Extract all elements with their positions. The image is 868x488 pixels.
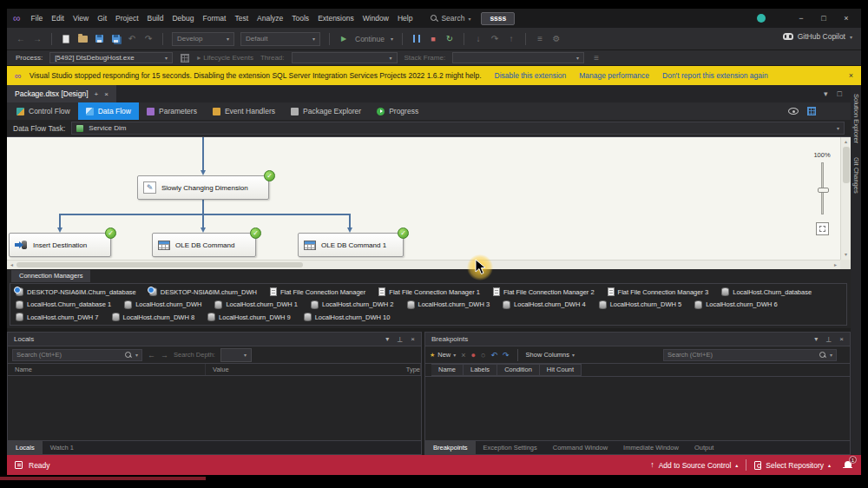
breakpoints-body[interactable] [425, 377, 850, 440]
connection-manager-item[interactable]: LocalHost.churn_DWH 8 [112, 313, 195, 321]
menu-item[interactable]: Edit [47, 9, 69, 28]
connection-manager-item[interactable]: LocalHost.Churn_database 1 [16, 300, 111, 309]
designer-tab[interactable]: Progress [369, 102, 426, 120]
panel-tab[interactable]: Output [687, 441, 722, 454]
design-canvas[interactable]: Slowly Changing Dimension Insert Destina… [7, 137, 851, 269]
menu-item[interactable]: Tools [287, 9, 313, 28]
scd-node[interactable]: Slowly Changing Dimension [137, 175, 269, 200]
panel-tab[interactable]: Watch 1 [43, 441, 82, 454]
scroll-down-icon[interactable] [841, 251, 851, 259]
menu-item[interactable]: Format [199, 9, 231, 28]
column-header[interactable]: Name [431, 364, 464, 376]
connection-manager-item[interactable]: LocalHost.Churn_database [721, 287, 812, 296]
panel-tab[interactable]: Breakpoints [425, 441, 476, 454]
close-button[interactable] [835, 9, 858, 28]
document-tab[interactable]: Package.dtsx [Design] [7, 85, 116, 102]
export-breakpoints-icon[interactable] [503, 351, 510, 359]
panel-tab[interactable]: Exception Settings [476, 441, 545, 454]
chevron-down-icon[interactable] [830, 352, 832, 358]
import-breakpoints-icon[interactable] [490, 351, 497, 359]
locals-search-input[interactable] [16, 351, 122, 359]
info-link[interactable]: Disable this extension [495, 71, 567, 80]
connection-manager-item[interactable]: LocalHost.churn_DWH 2 [311, 300, 394, 309]
column-header[interactable]: Hit Count [540, 364, 582, 376]
delete-all-breakpoints-icon[interactable] [471, 351, 476, 359]
new-file-icon[interactable] [61, 35, 71, 43]
chevron-down-icon[interactable] [135, 352, 138, 358]
menu-item[interactable]: Window [358, 9, 393, 28]
connection-manager-item[interactable]: LocalHost.churn_DWH 5 [599, 300, 682, 309]
menu-item[interactable]: Build [143, 9, 168, 28]
connection-manager-item[interactable]: LocalHost.churn_DWH 7 [16, 313, 99, 321]
panel-tab[interactable]: Locals [8, 441, 43, 454]
locals-search-box[interactable] [12, 349, 142, 361]
column-header[interactable]: Value [206, 364, 399, 375]
connection-manager-item[interactable]: LocalHost.churn_DWH 1 [214, 300, 298, 309]
navigate-forward-icon[interactable] [32, 34, 43, 43]
undo-icon[interactable] [127, 34, 137, 43]
save-all-icon[interactable] [110, 35, 121, 43]
process-dropdown[interactable]: [5492] DtsDebugHost.exe [49, 52, 173, 63]
stop-debugging-icon[interactable] [428, 35, 438, 43]
pin-icon[interactable] [95, 90, 99, 98]
scroll-right-icon[interactable] [832, 260, 839, 269]
notifications-bell-icon[interactable]: 1 [842, 459, 853, 471]
step-out-icon[interactable] [506, 34, 516, 43]
github-copilot-badge[interactable]: GitHub Copilot [783, 32, 852, 41]
column-header[interactable]: Name [8, 364, 206, 375]
connection-manager-item[interactable]: Flat File Connection Manager 3 [608, 287, 709, 296]
breakpoints-search-input[interactable] [667, 351, 816, 359]
breakpoints-search-box[interactable] [663, 349, 837, 361]
connection-manager-item[interactable]: LocalHost.churn_DWH [124, 300, 201, 309]
connection-manager-item[interactable]: LocalHost.churn_DWH 3 [407, 300, 490, 309]
connection-manager-item[interactable]: DESKTOP-NSIA6IM.churn_DWH [149, 287, 257, 296]
canvas-vertical-scrollbar[interactable] [840, 137, 851, 260]
float-window-icon[interactable] [838, 89, 842, 98]
search-depth-dropdown[interactable] [220, 348, 252, 362]
delete-breakpoint-icon[interactable] [461, 351, 465, 359]
open-file-icon[interactable] [77, 36, 88, 43]
pin-icon[interactable] [397, 335, 403, 343]
menu-item[interactable]: Debug [168, 9, 198, 28]
close-tab-icon[interactable] [104, 90, 108, 98]
grid-view-icon[interactable] [807, 107, 816, 115]
side-rail-tab[interactable]: Solution Explorer [852, 94, 860, 143]
info-link[interactable]: Manage performance [579, 71, 649, 80]
connection-manager-item[interactable]: LocalHost.churn_DWH 6 [694, 300, 778, 309]
locals-body[interactable] [8, 376, 421, 440]
more-commands-icon[interactable] [535, 34, 545, 43]
ole-db-command-node[interactable]: OLE DB Command [152, 233, 256, 257]
tab-list-dropdown-icon[interactable] [824, 89, 828, 98]
connection-manager-item[interactable]: LocalHost.churn_DWH 4 [503, 300, 586, 309]
redo-icon[interactable] [143, 34, 154, 43]
search-query-chip[interactable]: ssss [481, 12, 515, 25]
connection-managers-tab[interactable]: Connection Managers [11, 270, 90, 282]
close-panel-icon[interactable] [411, 335, 415, 343]
next-result-icon[interactable] [161, 351, 168, 359]
new-breakpoint-button[interactable]: New [430, 351, 456, 359]
step-into-icon[interactable] [473, 34, 483, 43]
navigate-back-icon[interactable] [16, 34, 26, 43]
break-all-icon[interactable] [411, 35, 422, 43]
scroll-left-icon[interactable] [8, 260, 16, 269]
connection-manager-item[interactable]: LocalHost.churn_DWH 9 [207, 313, 291, 321]
menu-item[interactable]: View [69, 9, 93, 28]
scrollbar-thumb[interactable] [843, 147, 850, 183]
insert-destination-node[interactable]: Insert Destination [9, 233, 111, 257]
menu-item[interactable]: File [27, 9, 48, 28]
process-info-icon[interactable] [180, 54, 190, 63]
designer-tab[interactable]: Parameters [139, 102, 205, 120]
designer-tab[interactable]: Event Handlers [205, 102, 283, 120]
step-over-icon[interactable] [490, 34, 500, 43]
menu-item[interactable]: Extensions [313, 9, 358, 28]
lifecycle-events-button[interactable]: Lifecycle Events [197, 54, 253, 62]
zoom-slider-thumb[interactable] [818, 188, 829, 193]
panel-tab[interactable]: Immediate Window [615, 441, 687, 454]
info-link[interactable]: Don't report this extension again [662, 71, 768, 80]
ole-db-command-1-node[interactable]: OLE DB Command 1 [298, 233, 404, 257]
minimize-button[interactable] [790, 9, 812, 28]
menu-item[interactable]: Project [111, 9, 142, 28]
side-rail-tab[interactable]: Git Changes [852, 157, 860, 194]
toolbar-options-icon[interactable] [551, 34, 562, 43]
connection-manager-item[interactable]: Flat File Connection Manager 2 [493, 287, 595, 296]
